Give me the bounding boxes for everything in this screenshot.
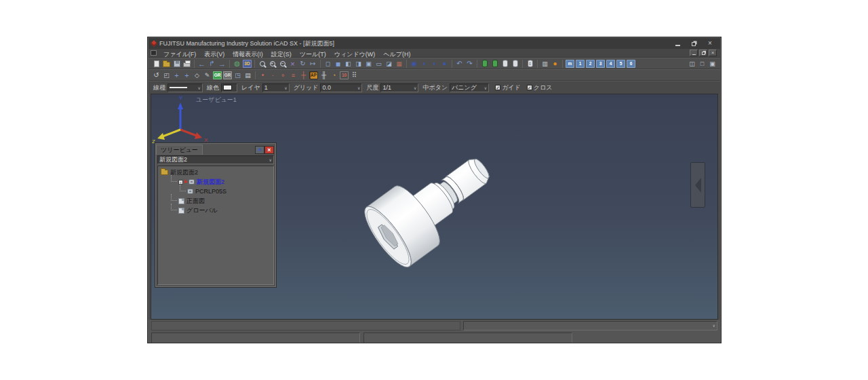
screen-split-button[interactable]: ◫ [687,59,697,69]
attach-button[interactable]: ✎ [202,71,212,80]
frame-button[interactable]: ◳ [233,71,243,80]
zoom-in-button[interactable]: + [267,59,277,69]
snap-intersection-button[interactable]: ┼ [298,71,309,80]
view-memory-2-button[interactable]: 2 [586,60,595,68]
tree-item-新規図面2[interactable]: -新規図面2 [158,177,273,187]
snap-pitch-button[interactable]: 10 [340,71,349,79]
snap-ap-button[interactable]: AP [309,71,318,79]
move-copy-button[interactable]: + [182,71,192,80]
mouse-settings-button[interactable]: ▥ [540,59,550,69]
list-button[interactable]: ▤ [243,71,253,80]
solid-blend-button[interactable]: ● [439,59,450,69]
view-memory-m-button[interactable]: m [566,60,574,68]
tree-drawing-combo[interactable]: 新規図面2 ∨ [157,155,274,164]
part-reference-button[interactable] [500,59,510,69]
solid-cut-button[interactable]: ◖ [419,59,429,69]
snap-free-button[interactable]: • [258,71,268,80]
zoom-out-button[interactable]: − [277,59,288,69]
tree-item-グローバル[interactable]: グローバル [158,206,273,215]
menu-item-6[interactable]: ウィンドウ(W) [330,51,380,58]
view-memory-5-button[interactable]: 5 [616,60,625,68]
view-hidden-line-button[interactable]: ◧ [343,59,353,69]
screen-full-button[interactable]: □ [697,59,707,69]
tree-expander[interactable]: - [178,180,183,185]
snap-mid-button[interactable]: ≡ [288,71,298,80]
snap-grid-line-button[interactable]: ╫ [319,71,329,80]
screen-sub-button[interactable]: ▣ [707,59,717,69]
part-reference-sub-button[interactable] [510,59,520,69]
part-active-sub-button[interactable] [490,59,500,69]
zoom-fit-button[interactable]: × [288,59,298,69]
side-panel-tab[interactable] [690,162,705,208]
child-restore-button[interactable] [699,50,707,56]
forward-view-button[interactable]: → [217,59,227,69]
tree-collapse-button[interactable]: « [255,146,264,154]
view-multi-button[interactable]: ▣ [363,59,374,69]
view-points-button[interactable]: ▦ [394,59,404,69]
polygon-button[interactable]: ◇ [192,71,202,80]
pan-view-button[interactable]: ↦ [308,59,318,69]
group-on-button[interactable]: GR [213,71,222,79]
menu-item-4[interactable]: 設定(S) [267,51,296,58]
menu-item-7[interactable]: ヘルプ(H) [379,51,414,58]
open-file-button[interactable] [161,59,172,69]
snap-grid-button[interactable]: ⠿ [349,71,359,80]
child-window-icon[interactable] [151,50,157,56]
prompt-panel-1[interactable] [151,332,360,343]
linetype-combo[interactable]: ∨ [167,83,203,92]
grid-combo[interactable]: 0.0 ∨ [320,83,362,92]
view-half-button[interactable]: ◨ [353,59,363,69]
to-3d-button[interactable]: 3D [243,60,252,68]
zoom-button[interactable] [257,59,267,69]
child-minimize-button[interactable] [690,50,698,56]
rotate-mode-button[interactable]: ↺ [151,71,161,80]
globe-view-button[interactable]: ◍ [232,59,242,69]
save-file-button[interactable] [172,59,182,69]
solid-create-button[interactable]: ◉ [409,59,419,69]
menu-item-5[interactable]: ツール(T) [296,51,330,58]
view-wireframe-button[interactable]: ◻ [323,59,333,69]
menu-item-1[interactable]: ファイル(F) [159,51,200,58]
rotate-view-button[interactable]: ↻ [298,59,308,69]
menu-item-3[interactable]: 情報表示(I) [229,51,267,58]
redo-button[interactable]: ↷ [465,59,475,69]
snap-angle-button[interactable]: ◔ [329,71,339,80]
part-active-button[interactable] [479,59,490,69]
child-close-button[interactable]: × [709,50,717,56]
select-mode-button[interactable]: ◰ [161,71,172,80]
back-view-button[interactable]: ← [197,59,207,69]
view-memory-1-button[interactable]: 1 [576,60,585,68]
layer-combo[interactable]: 1 ∨ [262,83,290,92]
view-shaded-button[interactable]: ◼ [333,59,343,69]
scale-combo[interactable]: 1/1 ∨ [380,83,418,92]
tree-close-button[interactable]: × [264,146,274,154]
close-button[interactable]: × [705,40,715,48]
new-file-button[interactable] [151,59,161,69]
linecolor-button[interactable] [221,83,237,92]
view-memory-4-button[interactable]: 4 [606,60,615,68]
menu-item-2[interactable]: 表示(V) [200,51,229,58]
group-off-button[interactable]: GR [223,71,232,79]
middle-button-combo[interactable]: パニング ∨ [450,83,489,92]
snap-on-element-button[interactable]: ∙ [268,71,278,80]
view-memory-6-button[interactable]: 6 [627,60,635,68]
view-memory-3-button[interactable]: 3 [596,60,605,68]
undo-button[interactable]: ↶ [454,59,465,69]
cross-checkbox[interactable]: ✓ クロス [527,83,553,92]
solid-round-button[interactable]: ◗ [429,59,439,69]
minimize-button[interactable] [673,40,682,48]
restore-button[interactable] [689,40,698,48]
print-button[interactable] [182,59,192,69]
jump-view-button[interactable]: ↱ [207,59,217,69]
part-layers-button[interactable]: ≡ [525,59,535,69]
view-section-button[interactable]: ◪ [384,59,394,69]
command-history-combo[interactable]: ∨ [463,321,717,330]
view-flat-button[interactable]: ▭ [374,59,384,69]
highlight-ball-button[interactable]: ● [550,59,560,69]
move-button[interactable]: + [172,71,182,80]
guide-checkbox[interactable]: ✓ ガイド [495,83,521,92]
3d-viewport[interactable]: ユーザビュー1 Y X Z [151,94,718,320]
snap-end-button[interactable]: ∘ [278,71,288,80]
tree-view-header[interactable]: ツリービュー « × [156,144,275,155]
prompt-panel-2[interactable] [363,332,572,343]
